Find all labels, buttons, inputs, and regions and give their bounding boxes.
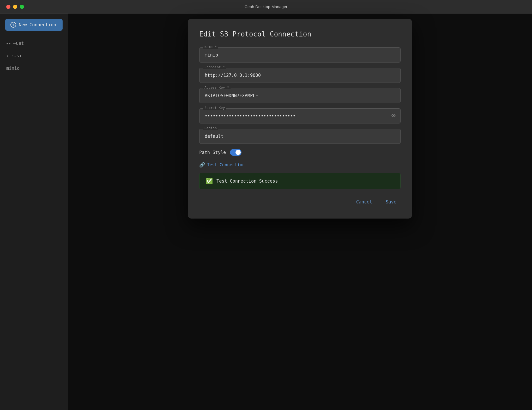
path-style-toggle[interactable] — [230, 149, 241, 156]
secret-key-label: Secret Key — [203, 106, 226, 110]
region-label: Region — [203, 126, 218, 130]
path-style-label: Path Style — [199, 150, 226, 155]
sidebar-item-label-minio: minio — [6, 66, 20, 71]
title-bar: Ceph Desktop Manager — [0, 0, 532, 14]
server-icon-sit: ✦ — [6, 54, 8, 58]
test-connection-link[interactable]: 🔗 Test Connection — [199, 162, 401, 167]
test-connection-link-label: Test Connection — [207, 162, 245, 167]
sidebar-item-label-uat: –uat — [13, 41, 24, 46]
access-key-input[interactable] — [199, 88, 401, 103]
app-container: + New Connection ▪▪ –uat ✦ r-sit minio E… — [0, 14, 532, 410]
plus-circle-icon: + — [10, 22, 16, 28]
toggle-secret-visibility-button[interactable]: 👁 — [391, 113, 396, 119]
success-banner: ✅ Test Connection Success — [199, 173, 401, 189]
success-text: Test Connection Success — [216, 178, 278, 184]
close-button[interactable] — [6, 5, 10, 9]
endpoint-input[interactable] — [199, 68, 401, 83]
modal-actions: Cancel Save — [199, 197, 401, 207]
cancel-button[interactable]: Cancel — [352, 197, 376, 207]
sidebar-item-sit[interactable]: ✦ r-sit — [0, 49, 68, 62]
sidebar-item-label-sit: r-sit — [11, 53, 24, 58]
sidebar: + New Connection ▪▪ –uat ✦ r-sit minio — [0, 14, 68, 410]
window-title: Ceph Desktop Manager — [245, 4, 287, 9]
modal-title: Edit S3 Protocol Connection — [199, 30, 401, 38]
check-circle-icon: ✅ — [206, 178, 213, 184]
link-icon: 🔗 — [199, 162, 205, 167]
name-field-group: Name * — [199, 47, 401, 63]
maximize-button[interactable] — [20, 5, 24, 9]
edit-connection-modal: Edit S3 Protocol Connection Name * Endpo… — [188, 19, 412, 219]
endpoint-field-group: Endpoint * — [199, 68, 401, 83]
endpoint-label: Endpoint * — [203, 65, 226, 69]
main-content: Edit S3 Protocol Connection Name * Endpo… — [68, 14, 532, 410]
secret-key-wrapper: 👁 — [199, 108, 401, 123]
access-key-field-group: Access Key * — [199, 88, 401, 103]
access-key-label: Access Key * — [203, 85, 231, 89]
region-input[interactable] — [199, 129, 401, 144]
save-button[interactable]: Save — [382, 197, 401, 207]
eye-icon: 👁 — [391, 113, 396, 119]
new-connection-label: New Connection — [19, 22, 56, 27]
secret-key-field-group: Secret Key 👁 — [199, 108, 401, 123]
modal-overlay: Edit S3 Protocol Connection Name * Endpo… — [68, 14, 532, 410]
traffic-lights — [6, 5, 24, 9]
sidebar-item-minio[interactable]: minio — [0, 62, 68, 74]
server-icon-uat: ▪▪ — [6, 41, 11, 45]
path-style-row: Path Style — [199, 149, 401, 156]
name-label: Name * — [203, 45, 218, 49]
secret-key-input[interactable] — [199, 108, 401, 123]
region-field-group: Region — [199, 129, 401, 144]
sidebar-item-uat[interactable]: ▪▪ –uat — [0, 37, 68, 49]
new-connection-button[interactable]: + New Connection — [5, 19, 63, 31]
name-input[interactable] — [199, 47, 401, 63]
minimize-button[interactable] — [13, 5, 17, 9]
